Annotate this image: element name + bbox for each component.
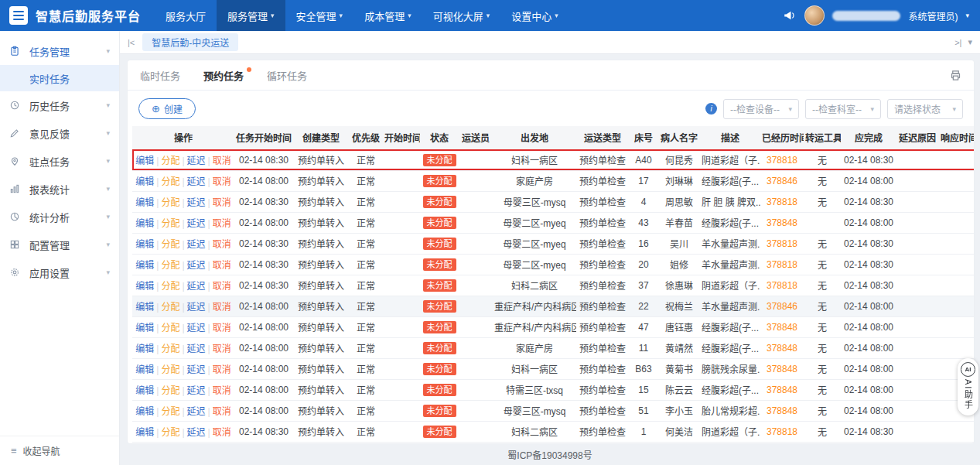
edit-link[interactable]: 编辑	[135, 406, 154, 417]
edit-link[interactable]: 编辑	[135, 218, 154, 229]
assign-link[interactable]: 分配	[161, 197, 179, 208]
chevron-down-icon: ▾	[788, 105, 792, 113]
ai-assistant-button[interactable]: AI AI助手	[958, 358, 978, 415]
delay-link[interactable]: 延迟	[187, 427, 206, 438]
assign-link[interactable]: 分配	[161, 156, 179, 166]
assign-link[interactable]: 分配	[161, 176, 179, 187]
delay-link[interactable]: 延迟	[187, 260, 206, 271]
cell: 预约单转入	[293, 296, 349, 316]
assign-link[interactable]: 分配	[161, 281, 179, 292]
sidebar-item-report[interactable]: 报表统计▾	[0, 175, 119, 203]
status-badge: 未分配	[423, 175, 456, 187]
assign-link[interactable]: 分配	[161, 302, 179, 313]
filter-select-1[interactable]: --检查科室--▾	[805, 99, 881, 119]
announcement-icon[interactable]	[783, 9, 797, 22]
edit-link[interactable]: 编辑	[135, 239, 154, 250]
delay-link[interactable]: 延迟	[187, 364, 206, 375]
chevron-down-icon[interactable]: ▾	[965, 12, 969, 19]
cancel-link[interactable]: 取消	[213, 156, 231, 166]
user-role-label[interactable]: 系统管理员)	[908, 9, 958, 22]
cell: 经腹彩超(子...	[700, 337, 760, 358]
delay-link[interactable]: 延迟	[187, 176, 206, 187]
filter-select-2[interactable]: 请选择状态▾	[887, 99, 963, 119]
menu-cost-mgmt[interactable]: 成本管理▾	[353, 0, 422, 31]
cell	[459, 254, 493, 275]
tab-menu-icon[interactable]: ▾	[968, 37, 972, 47]
sidebar-item-config[interactable]: 配置管理▾	[0, 231, 119, 258]
assign-link[interactable]: 分配	[161, 218, 179, 229]
assign-link[interactable]: 分配	[161, 406, 179, 417]
menu-security-mgmt[interactable]: 安全管理▾	[285, 0, 354, 31]
avatar[interactable]	[804, 5, 825, 26]
open-tab[interactable]: 智慧后勤-中央运送	[142, 33, 238, 51]
collapse-nav-button[interactable]: ≡ 收起导航	[0, 436, 119, 465]
table-row: 编辑|分配|延迟|取消02-14 08:00预约单转入正常未分配家庭产房预约单检…	[132, 337, 974, 358]
sidebar-item-history[interactable]: 历史任务▾	[0, 91, 119, 119]
cancel-link[interactable]: 取消	[213, 427, 231, 438]
edit-link[interactable]: 编辑	[135, 344, 154, 354]
cell	[459, 233, 493, 254]
assign-link[interactable]: 分配	[161, 385, 179, 396]
sidebar-item-appset[interactable]: 应用设置▾	[0, 258, 119, 286]
delay-link[interactable]: 延迟	[187, 239, 206, 250]
sidebar-item-tasks[interactable]: 任务管理▾	[0, 37, 119, 65]
cancel-link[interactable]: 取消	[213, 344, 231, 354]
delay-link[interactable]: 延迟	[187, 218, 206, 229]
delay-link[interactable]: 延迟	[187, 156, 206, 166]
cancel-link[interactable]: 取消	[213, 364, 231, 375]
edit-link[interactable]: 编辑	[135, 197, 154, 208]
tab-reserved[interactable]: 预约任务	[203, 68, 244, 83]
cancel-link[interactable]: 取消	[213, 281, 231, 292]
cancel-link[interactable]: 取消	[213, 239, 231, 250]
sidebar-item-feedback[interactable]: 意见反馈▾	[0, 119, 119, 147]
edit-link[interactable]: 编辑	[135, 385, 154, 396]
edit-link[interactable]: 编辑	[135, 156, 154, 166]
filter-select-0[interactable]: --检查设备--▾	[723, 99, 799, 119]
delay-link[interactable]: 延迟	[187, 385, 206, 396]
cancel-link[interactable]: 取消	[213, 302, 231, 313]
cancel-link[interactable]: 取消	[213, 323, 231, 333]
app-logo-icon[interactable]	[9, 6, 28, 25]
tab-loop[interactable]: 循环任务	[267, 68, 307, 83]
menu-settings-center[interactable]: 设置中心▾	[500, 0, 569, 31]
assign-link[interactable]: 分配	[161, 239, 179, 250]
sidebar-subitem-realtime[interactable]: 实时任务	[0, 65, 119, 91]
tab-scroll-right-icon[interactable]: >|	[954, 38, 961, 47]
cancel-link[interactable]: 取消	[213, 176, 231, 187]
delay-link[interactable]: 延迟	[187, 323, 206, 333]
delay-link[interactable]: 延迟	[187, 302, 206, 313]
edit-link[interactable]: 编辑	[135, 176, 154, 187]
info-icon[interactable]: i	[705, 103, 717, 115]
assign-link[interactable]: 分配	[161, 260, 179, 271]
delay-link[interactable]: 延迟	[187, 281, 206, 292]
create-button[interactable]: ⊕ 创建	[138, 98, 196, 119]
menu-service-mgmt[interactable]: 服务管理▾	[217, 0, 285, 31]
delay-link[interactable]: 延迟	[187, 406, 206, 417]
edit-link[interactable]: 编辑	[135, 364, 154, 375]
edit-link[interactable]: 编辑	[135, 427, 154, 438]
edit-link[interactable]: 编辑	[135, 260, 154, 271]
tab-scroll-left-icon[interactable]: |<	[128, 38, 135, 47]
tab-temp[interactable]: 临时任务	[140, 68, 180, 83]
assign-link[interactable]: 分配	[161, 427, 179, 438]
edit-link[interactable]: 编辑	[135, 302, 154, 313]
cancel-link[interactable]: 取消	[213, 260, 231, 271]
sidebar-item-station[interactable]: 驻点任务▾	[0, 147, 119, 175]
sidebar-item-analysis[interactable]: 统计分析▾	[0, 203, 119, 231]
cancel-link[interactable]: 取消	[213, 406, 231, 417]
cancel-link[interactable]: 取消	[213, 197, 231, 208]
delay-link[interactable]: 延迟	[187, 197, 206, 208]
assign-link[interactable]: 分配	[161, 364, 179, 375]
print-icon[interactable]	[950, 70, 961, 81]
edit-link[interactable]: 编辑	[135, 323, 154, 333]
menu-visual-screen[interactable]: 可视化大屏▾	[422, 0, 501, 31]
cancel-link[interactable]: 取消	[213, 218, 231, 229]
menu-service-hall[interactable]: 服务大厅	[155, 0, 217, 31]
appset-icon	[9, 266, 23, 279]
assign-link[interactable]: 分配	[161, 323, 179, 333]
delay-link[interactable]: 延迟	[187, 344, 206, 354]
edit-link[interactable]: 编辑	[135, 281, 154, 292]
cell: 家庭产房	[493, 337, 576, 358]
assign-link[interactable]: 分配	[161, 344, 179, 354]
cancel-link[interactable]: 取消	[213, 385, 231, 396]
